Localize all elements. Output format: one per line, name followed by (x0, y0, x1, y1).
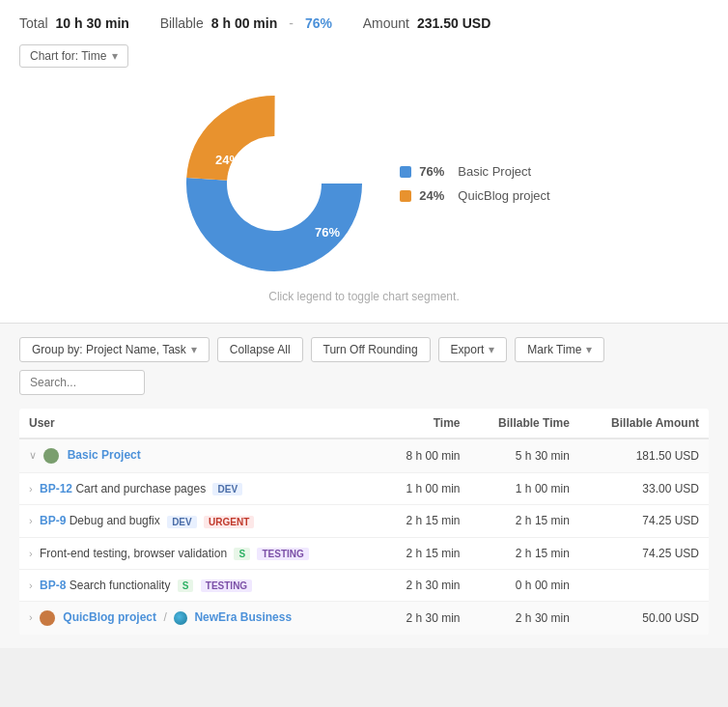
chevron-down-icon: ▾ (489, 343, 494, 356)
expand-icon[interactable]: ∨ (29, 449, 37, 461)
project-time-basic: 8 h 00 min (381, 438, 470, 473)
total-label: Total (19, 15, 48, 31)
billable-value: 8 h 00 min (211, 15, 277, 31)
sub-project-name[interactable]: NewEra Business (194, 610, 292, 624)
chart-dropdown[interactable]: Chart for: Time ▾ (19, 44, 128, 68)
task-id-bp9[interactable]: BP-9 (40, 514, 66, 527)
collapse-all-button[interactable]: Collapse All (217, 337, 303, 362)
legend-item-basic[interactable]: 76% Basic Project (400, 164, 549, 179)
col-billable-time: Billable Time (470, 409, 579, 438)
legend-item-quicblog[interactable]: 24% QuicBlog project (400, 188, 549, 203)
project-icon-quicblog (40, 610, 55, 626)
expand-icon-bp12[interactable]: › (29, 483, 33, 495)
expand-icon-quicblog[interactable]: › (29, 611, 33, 623)
table-row: › BP-12 Cart and purchase pages DEV 1 h … (19, 473, 709, 505)
billable-label: Billable (160, 15, 204, 31)
sub-project-icon (174, 611, 187, 625)
legend-pct-basic: 76% (419, 164, 450, 179)
project-name-cell: ∨ Basic Project (19, 438, 381, 473)
col-user: User (19, 409, 272, 438)
tag-s-bp8: S (178, 580, 194, 592)
task-name-frontend: Front-end testing, browser validation (40, 547, 227, 560)
task-billable-amount-bp9: 74.25 USD (579, 505, 709, 537)
expand-icon-bp9[interactable]: › (29, 515, 33, 526)
expand-icon-bp8[interactable]: › (29, 580, 33, 591)
total-value: 10 h 30 min (56, 15, 129, 31)
table-row: ∨ Basic Project 8 h 00 min 5 h 30 min 18… (19, 438, 709, 473)
expand-icon-frontend[interactable]: › (29, 548, 33, 559)
project-billable-time-basic: 5 h 30 min (470, 438, 579, 473)
turn-off-rounding-button[interactable]: Turn Off Rounding (311, 337, 431, 362)
data-table: User Time Billable Time Billable Amount … (19, 409, 709, 635)
turn-off-rounding-label: Turn Off Rounding (323, 343, 418, 356)
task-cell-frontend: › Front-end testing, browser validation … (19, 537, 381, 569)
svg-point-2 (228, 137, 321, 230)
task-time-bp9: 2 h 15 min (381, 505, 470, 537)
task-billable-time-bp8: 0 h 00 min (470, 569, 579, 601)
task-time-bp12: 1 h 00 min (381, 473, 470, 505)
project-name-quicblog[interactable]: QuicBlog project (63, 610, 156, 624)
task-cell-bp9: › BP-9 Debug and bugfix DEV URGENT (19, 505, 381, 537)
task-billable-time-frontend: 2 h 15 min (470, 537, 579, 569)
task-time-frontend: 2 h 15 min (381, 537, 470, 569)
project-billable-time-quicblog: 2 h 30 min (470, 602, 579, 636)
table-row: › BP-9 Debug and bugfix DEV URGENT 2 h 1… (19, 505, 709, 537)
project-time-quicblog: 2 h 30 min (381, 602, 470, 636)
project-icon-basic (43, 448, 59, 464)
chart-hint: Click legend to toggle chart segment. (19, 284, 709, 313)
toolbar: Group by: Project Name, Task ▾ Collapse … (19, 337, 709, 395)
col-time: Time (381, 409, 470, 438)
task-id-bp8[interactable]: BP-8 (40, 579, 66, 592)
project-separator: / (163, 610, 166, 624)
donut-chart: 24% 76% (178, 87, 371, 280)
task-billable-amount-bp8 (579, 569, 709, 601)
legend-dot-quicblog (400, 190, 411, 202)
chart-dropdown-label: Chart for: Time (30, 49, 106, 63)
mark-time-label: Mark Time (527, 343, 581, 356)
chevron-down-icon: ▾ (112, 49, 118, 63)
task-cell-bp8: › BP-8 Search functionality S TESTING (19, 569, 381, 601)
tag-dev-bp12: DEV (212, 483, 242, 495)
tag-dev-bp9: DEV (167, 516, 197, 528)
mark-time-button[interactable]: Mark Time ▾ (515, 337, 604, 362)
task-billable-time-bp9: 2 h 15 min (470, 505, 579, 537)
task-billable-amount-frontend: 74.25 USD (579, 537, 709, 569)
task-billable-amount-bp12: 33.00 USD (579, 473, 709, 505)
amount-label: Amount (363, 15, 409, 31)
project-name-cell-quicblog: › QuicBlog project / NewEra Business (19, 602, 381, 636)
tag-urgent-bp9: URGENT (204, 516, 254, 528)
project-billable-amount-quicblog: 50.00 USD (579, 602, 709, 636)
chart-legend: 76% Basic Project 24% QuicBlog project (400, 164, 549, 203)
amount-value: 231.50 USD (417, 15, 490, 31)
project-name-basic[interactable]: Basic Project (68, 448, 141, 462)
table-row: › BP-8 Search functionality S TESTING 2 … (19, 569, 709, 601)
group-by-label: Group by: Project Name, Task (32, 343, 186, 356)
tag-testing-bp8: TESTING (201, 580, 252, 592)
col-spacer (272, 409, 380, 438)
billable-pct: 76% (305, 15, 332, 31)
search-input[interactable] (19, 370, 145, 395)
chevron-down-icon: ▾ (586, 343, 592, 356)
legend-name-basic: Basic Project (458, 164, 531, 179)
summary-bar: Total 10 h 30 min Billable 8 h 00 min - … (19, 15, 709, 31)
group-by-button[interactable]: Group by: Project Name, Task ▾ (19, 337, 210, 362)
legend-name-quicblog: QuicBlog project (458, 188, 549, 203)
task-name-bp12: Cart and purchase pages (75, 482, 206, 495)
export-button[interactable]: Export ▾ (438, 337, 508, 362)
task-time-bp8: 2 h 30 min (381, 569, 470, 601)
project-billable-amount-basic: 181.50 USD (579, 438, 709, 473)
task-billable-time-bp12: 1 h 00 min (470, 473, 579, 505)
task-id-bp12[interactable]: BP-12 (40, 482, 72, 495)
legend-pct-quicblog: 24% (419, 188, 450, 203)
tag-s-frontend: S (234, 548, 250, 560)
task-cell-bp12: › BP-12 Cart and purchase pages DEV (19, 473, 381, 505)
legend-dot-basic (400, 166, 411, 178)
col-billable-amount: Billable Amount (579, 409, 709, 438)
svg-text:24%: 24% (215, 153, 240, 167)
tag-testing-frontend: TESTING (257, 548, 308, 560)
chart-area: 24% 76% 76% Basic Project 24% QuicBlog p… (19, 77, 709, 284)
task-name-bp8: Search functionality (70, 579, 171, 592)
chevron-down-icon: ▾ (191, 343, 197, 356)
svg-text:76%: 76% (315, 225, 340, 240)
table-row: › Front-end testing, browser validation … (19, 537, 709, 569)
